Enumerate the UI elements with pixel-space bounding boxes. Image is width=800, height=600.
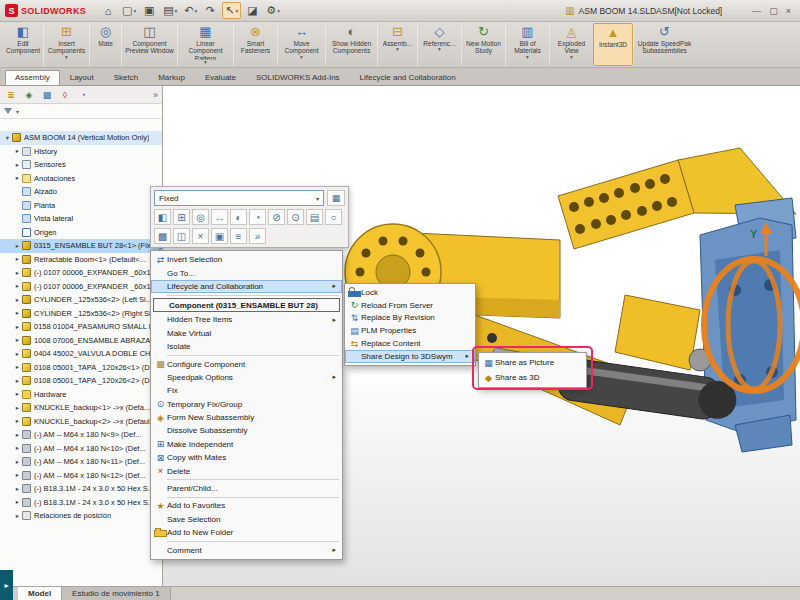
menu-item[interactable]: ▦ Share as Picture xyxy=(479,355,586,370)
tree-item[interactable]: ▸ (-) AM -- M64 x 180 N<10> (Def... xyxy=(0,442,162,456)
ribbon-button[interactable]: ◬ Exploded View ▾ xyxy=(549,23,593,66)
expand-caret-icon[interactable]: ▸ xyxy=(13,323,22,331)
dropdown-arrow-icon[interactable]: ▾ xyxy=(195,8,198,14)
toolbar-icon[interactable]: ▤▾ xyxy=(161,2,179,19)
menu-item[interactable]: ⇆ Replace Content xyxy=(345,337,475,350)
tree-item[interactable]: ▸ CYLINDER _125x536<2> (Right Si... xyxy=(0,307,162,321)
tree-item[interactable]: ▸ History xyxy=(0,145,162,159)
ribbon-button[interactable]: ↔ Move Component ▾ xyxy=(277,23,325,66)
dropdown-arrow-icon[interactable]: ▾ xyxy=(438,47,441,52)
tree-item[interactable]: ▸ Relaciones de posición xyxy=(0,509,162,523)
tree-item[interactable]: ▸ Anotaciones xyxy=(0,172,162,186)
model-view-tab[interactable]: Model xyxy=(18,587,62,600)
context-tool-button[interactable]: ▩ xyxy=(154,228,171,244)
tree-item[interactable]: ▸ KNUCKLE_backup<2> ->x (Defaul... xyxy=(0,415,162,429)
context-tool-button[interactable]: ⊞ xyxy=(173,209,190,225)
expand-caret-icon[interactable]: ▾ xyxy=(3,134,12,142)
ribbon-button[interactable]: ▲ Instant3D xyxy=(593,23,633,66)
menu-item[interactable]: Isolate xyxy=(151,340,342,353)
tree-item[interactable]: Alzado xyxy=(0,185,162,199)
tree-item[interactable]: ▸ CYLINDER _125x536<2> (Left Si... xyxy=(0,293,162,307)
menu-item[interactable]: ⇄ Invert Selection xyxy=(151,253,342,266)
tree-item[interactable]: ▸ (-) AM -- M64 x 180 N<11> (Def... xyxy=(0,455,162,469)
tree-item[interactable]: ▸ KNUCKLE_backup<1> ->x (Defa... xyxy=(0,401,162,415)
ribbon-button[interactable]: ◎ Mate xyxy=(89,23,121,66)
tree-item[interactable]: ▸ (-) B18.3.1M - 24 x 3.0 x 50 Hex S... xyxy=(0,496,162,510)
window-control-button[interactable]: × xyxy=(786,6,791,16)
context-tool-button[interactable]: ◧ xyxy=(154,209,171,225)
dropdown-arrow-icon[interactable]: ▾ xyxy=(300,55,303,60)
tree-item[interactable]: ▸ 0108 05001_TAPA _120x26<2> (D... xyxy=(0,374,162,388)
rotate-manipulator-ring[interactable] xyxy=(704,259,800,391)
expand-caret-icon[interactable]: ▸ xyxy=(13,512,22,520)
dropdown-arrow-icon[interactable]: ▾ xyxy=(204,60,207,65)
tree-item[interactable]: ▸ Sensores xyxy=(0,158,162,172)
menu-item[interactable]: Hidden Tree Items ▸ xyxy=(151,313,342,326)
context-tool-button[interactable]: ◔ xyxy=(249,209,266,225)
menu-item[interactable]: ★ Add to Favorites xyxy=(151,499,342,512)
context-tool-button[interactable]: ◎ xyxy=(192,209,209,225)
expand-caret-icon[interactable]: ▸ xyxy=(13,417,22,425)
expand-caret-icon[interactable]: ▸ xyxy=(13,309,22,317)
context-tool-button[interactable]: ≡ xyxy=(230,228,247,244)
command-tab[interactable]: Evaluate xyxy=(195,70,246,85)
dropdown-arrow-icon[interactable]: ▾ xyxy=(133,8,136,14)
tree-item[interactable]: ▸ (-) 0107 00006_EXPANDER _60x14... xyxy=(0,266,162,280)
context-tool-button[interactable]: ▣ xyxy=(211,228,228,244)
expand-caret-icon[interactable]: ▸ xyxy=(13,498,22,506)
menu-item[interactable] xyxy=(151,293,342,297)
toolbar-icon[interactable]: ◪ xyxy=(244,2,261,19)
expand-caret-icon[interactable]: ▸ xyxy=(13,390,22,398)
command-tab[interactable]: Sketch xyxy=(104,70,148,85)
tree-item[interactable]: Vista lateral xyxy=(0,212,162,226)
panel-tab[interactable]: ◊ xyxy=(58,88,72,102)
panel-collapse-arrow[interactable]: ▸ xyxy=(0,570,13,600)
context-tool-button[interactable]: ↔ xyxy=(211,209,228,225)
command-tab[interactable]: SOLIDWORKS Add-Ins xyxy=(246,70,350,85)
ribbon-button[interactable]: ◇ Referenc... ▾ xyxy=(417,23,461,66)
ribbon-button[interactable]: ⊗ Smart Fasteners xyxy=(233,23,277,66)
expand-caret-icon[interactable]: ▸ xyxy=(13,255,22,263)
menu-item[interactable]: Fix xyxy=(151,384,342,397)
ribbon-button[interactable]: ◐ Show Hidden Components xyxy=(325,23,377,66)
tree-item[interactable]: Origen xyxy=(0,226,162,240)
dropdown-arrow-icon[interactable]: ▾ xyxy=(526,55,529,60)
menu-item[interactable]: Add to New Folder xyxy=(151,526,342,539)
command-tab[interactable]: Assembly xyxy=(5,70,60,85)
menu-item[interactable]: Lock xyxy=(345,286,475,299)
toolbar-icon[interactable]: ⌂ xyxy=(100,2,117,19)
menu-item[interactable]: ⇅ Replace By Revision xyxy=(345,312,475,325)
toolbar-icon[interactable]: ↖▾ xyxy=(222,2,241,19)
command-tab[interactable]: Lifecycle and Collaboration xyxy=(350,70,466,85)
dropdown-arrow-icon[interactable]: ▾ xyxy=(236,8,239,14)
expand-caret-icon[interactable]: ▸ xyxy=(13,242,22,250)
expand-caret-icon[interactable]: ▸ xyxy=(13,431,22,439)
expand-caret-icon[interactable]: ▸ xyxy=(13,269,22,277)
context-tool-button[interactable]: × xyxy=(192,228,209,244)
tree-item[interactable]: ▸ (-) 0107 00006_EXPANDER _60x14... xyxy=(0,280,162,294)
command-tab[interactable]: Layout xyxy=(60,70,104,85)
ribbon-button[interactable]: ▥ Bill of Materials ▾ xyxy=(505,23,549,66)
menu-item[interactable]: Go To... xyxy=(151,266,342,279)
menu-item[interactable]: ◈ Form New Subassembly xyxy=(151,411,342,424)
expand-caret-icon[interactable]: ▸ xyxy=(13,363,22,371)
window-control-button[interactable]: — xyxy=(752,6,761,16)
menu-item[interactable]: Share Design to 3DSwym ▸ xyxy=(345,350,475,363)
tree-item[interactable]: ▸ (-) B18.3.1M - 24 x 3.0 x 50 Hex S... xyxy=(0,482,162,496)
menu-item[interactable]: Comment ▸ xyxy=(151,543,342,556)
dropdown-arrow-icon[interactable]: ▾ xyxy=(277,8,280,14)
dropdown-arrow-icon[interactable]: ▾ xyxy=(65,55,68,60)
menu-item[interactable]: Lifecycle and Collaboration ▸ xyxy=(151,280,342,293)
tree-item[interactable]: ▸ Retractable Boom<1> (Default<... xyxy=(0,253,162,267)
panel-tab[interactable]: ◔ xyxy=(76,88,90,102)
menu-item[interactable]: Dissolve Subassembly xyxy=(151,424,342,437)
dropdown-arrow-icon[interactable]: ▾ xyxy=(570,55,573,60)
context-tool-button[interactable]: ⊘ xyxy=(268,209,285,225)
expand-caret-icon[interactable]: ▸ xyxy=(13,404,22,412)
panel-tab[interactable]: ▩ xyxy=(40,88,54,102)
expand-caret-icon[interactable]: ▸ xyxy=(13,336,22,344)
expand-caret-icon[interactable]: ▸ xyxy=(13,377,22,385)
expand-caret-icon[interactable]: ▸ xyxy=(13,147,22,155)
command-tab[interactable]: Markup xyxy=(148,70,195,85)
filter-icon[interactable] xyxy=(4,108,12,114)
